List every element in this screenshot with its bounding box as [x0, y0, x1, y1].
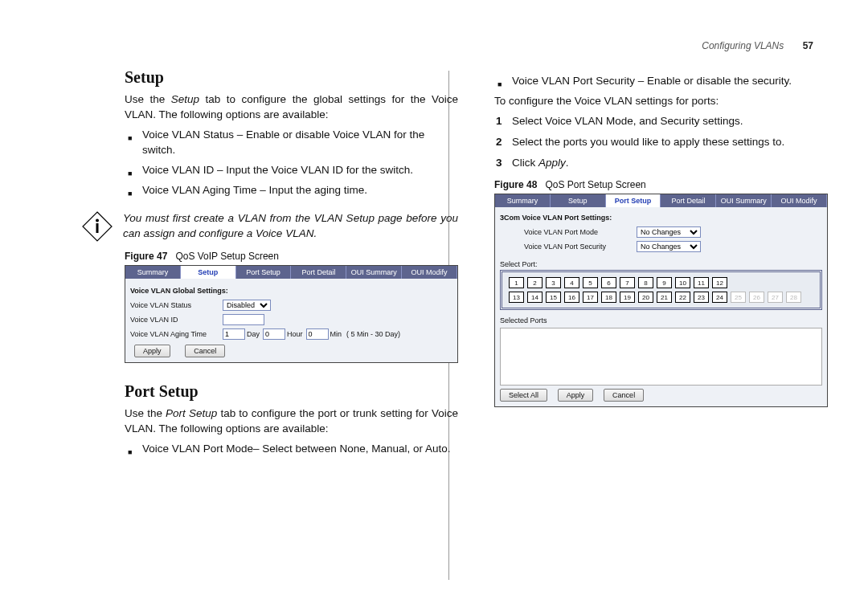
fig47-tab[interactable]: Summary: [125, 266, 181, 279]
portsetup-bullets: Voice VLAN Port Mode– Select between Non…: [125, 441, 458, 456]
fig48-port-row-2: 13141516171819202122232425262728: [509, 292, 813, 303]
port-button[interactable]: 2: [527, 277, 542, 288]
fig47-tab[interactable]: OUI Summary: [346, 266, 402, 279]
portsetup-bullet: Voice VLAN Port Mode– Select between Non…: [142, 441, 458, 456]
fig47-tab[interactable]: Setup: [181, 266, 236, 279]
fig47-tab[interactable]: OUI Modify: [402, 266, 457, 279]
configure-lead: To configure the Voice VLAN settings for…: [494, 93, 828, 108]
port-button[interactable]: 8: [638, 277, 653, 288]
fig48-tab[interactable]: Setup: [551, 194, 606, 207]
figure-48-caption: Figure 48 QoS Port Setup Screen: [494, 179, 828, 190]
fig47-row-vlanid: Voice VLAN ID: [130, 314, 452, 325]
port-button[interactable]: 13: [509, 292, 524, 303]
fig47-hour-unit: Hour: [287, 330, 303, 338]
port-button[interactable]: 26: [749, 292, 764, 303]
heading-setup: Setup: [125, 68, 458, 87]
figure-47-title: QoS VoIP Setup Screen: [175, 251, 279, 262]
port-button[interactable]: 27: [768, 292, 783, 303]
fig48-tab[interactable]: OUI Summary: [716, 194, 772, 207]
fig47-min-input[interactable]: [306, 328, 329, 340]
fig47-range: ( 5 Min - 30 Day): [346, 330, 400, 338]
port-button[interactable]: 23: [694, 292, 709, 303]
port-button[interactable]: 10: [675, 277, 690, 288]
fig48-selectall-button[interactable]: Select All: [500, 389, 547, 402]
port-button[interactable]: 3: [546, 277, 561, 288]
svg-point-1: [96, 219, 99, 222]
info-note: You must first create a VLAN from the VL…: [81, 210, 458, 243]
fig47-status-select[interactable]: Disabled: [223, 300, 271, 311]
fig48-buttons: Select All Apply Cancel: [500, 389, 822, 402]
svg-rect-2: [96, 223, 99, 233]
port-button[interactable]: 19: [620, 292, 635, 303]
left-column: Setup Use the Setup tab to configure the…: [125, 68, 458, 588]
port-button[interactable]: 15: [546, 292, 561, 303]
port-button[interactable]: 14: [527, 292, 542, 303]
portsetup-intro-a: Use the: [125, 407, 166, 419]
figure-47: SummarySetupPort SetupPort DetailOUI Sum…: [125, 265, 458, 363]
port-button[interactable]: 9: [657, 277, 672, 288]
fig48-security-select[interactable]: No Changes: [637, 241, 701, 252]
fig48-tab[interactable]: Summary: [495, 194, 551, 207]
fig48-selectedports-label: Selected Ports: [500, 316, 822, 324]
fig48-selectport-label: Select Port:: [500, 260, 822, 268]
right-column: Voice VLAN Port Security – Enable or dis…: [494, 68, 828, 588]
step-2-text: Select the ports you would like to apply…: [512, 136, 784, 148]
setup-intro-em: Setup: [171, 93, 199, 105]
fig48-port-frame: 123456789101112 131415161718192021222324…: [500, 270, 822, 310]
fig48-row-security: Voice VLAN Port Security No Changes: [524, 241, 822, 252]
fig47-vlanid-input[interactable]: [223, 314, 264, 325]
fig47-hour-input[interactable]: [263, 328, 285, 340]
fig47-aging-label: Voice VLAN Aging Time: [130, 330, 223, 338]
setup-bullets: Voice VLAN Status – Enable or disable Vo…: [125, 127, 458, 198]
port-button[interactable]: 6: [601, 277, 616, 288]
fig48-apply-button[interactable]: Apply: [558, 389, 594, 402]
figure-48-title: QoS Port Setup Screen: [545, 179, 645, 190]
port-button[interactable]: 4: [564, 277, 579, 288]
fig47-cancel-button[interactable]: Cancel: [185, 345, 225, 357]
fig48-section-title: 3Com Voice VLAN Port Settings:: [500, 214, 822, 222]
port-button[interactable]: 12: [712, 277, 727, 288]
port-button[interactable]: 28: [786, 292, 801, 303]
port-button[interactable]: 5: [583, 277, 598, 288]
port-button[interactable]: 21: [657, 292, 672, 303]
port-button[interactable]: 18: [601, 292, 616, 303]
figure-47-label: Figure 47: [125, 251, 167, 262]
port-button[interactable]: 17: [583, 292, 598, 303]
fig47-min-unit: Min: [330, 330, 342, 338]
fig48-tab[interactable]: OUI Modify: [772, 194, 827, 207]
fig48-mode-select[interactable]: No Changes: [637, 226, 701, 238]
fig48-tab[interactable]: Port Detail: [661, 194, 716, 207]
two-column-layout: Setup Use the Setup tab to configure the…: [125, 68, 828, 588]
port-button[interactable]: 11: [694, 277, 709, 288]
step-3-b: .: [566, 157, 569, 169]
step-1: 1Select Voice VLAN Mode, and Security se…: [512, 113, 828, 129]
fig48-tab[interactable]: Port Setup: [606, 194, 661, 207]
setup-bullet: Voice VLAN Status – Enable or disable Vo…: [142, 127, 458, 157]
port-button[interactable]: 1: [509, 277, 524, 288]
fig47-vlanid-label: Voice VLAN ID: [130, 316, 223, 324]
port-button[interactable]: 20: [638, 292, 653, 303]
fig47-tab[interactable]: Port Setup: [236, 266, 292, 279]
configure-steps: 1Select Voice VLAN Mode, and Security se…: [494, 113, 828, 171]
fig48-row-mode: Voice VLAN Port Mode No Changes: [524, 226, 822, 238]
fig48-cancel-button[interactable]: Cancel: [604, 389, 644, 402]
fig47-apply-button[interactable]: Apply: [134, 345, 170, 357]
running-title: Configuring VLANs: [702, 40, 784, 51]
setup-intro-a: Use the: [125, 93, 171, 105]
portsetup-bullet-cont: Voice VLAN Port Security – Enable or dis…: [512, 73, 828, 88]
fig47-day-input[interactable]: [223, 328, 245, 340]
setup-intro: Use the Setup tab to configure the globa…: [125, 92, 458, 122]
port-button[interactable]: 25: [731, 292, 746, 303]
portsetup-intro: Use the Port Setup tab to configure the …: [125, 406, 458, 436]
fig47-tabbar: SummarySetupPort SetupPort DetailOUI Sum…: [125, 266, 457, 279]
fig47-tab[interactable]: Port Detail: [291, 266, 346, 279]
step-2: 2Select the ports you would like to appl…: [512, 134, 828, 150]
fig47-status-label: Voice VLAN Status: [130, 301, 223, 309]
port-button[interactable]: 22: [675, 292, 690, 303]
fig48-selected-ports-box[interactable]: [500, 328, 822, 386]
port-button[interactable]: 7: [620, 277, 635, 288]
running-header: Configuring VLANs 57: [702, 40, 813, 51]
fig47-row-aging: Voice VLAN Aging Time Day Hour Min ( 5 M…: [130, 328, 452, 340]
port-button[interactable]: 24: [712, 292, 727, 303]
port-button[interactable]: 16: [564, 292, 579, 303]
